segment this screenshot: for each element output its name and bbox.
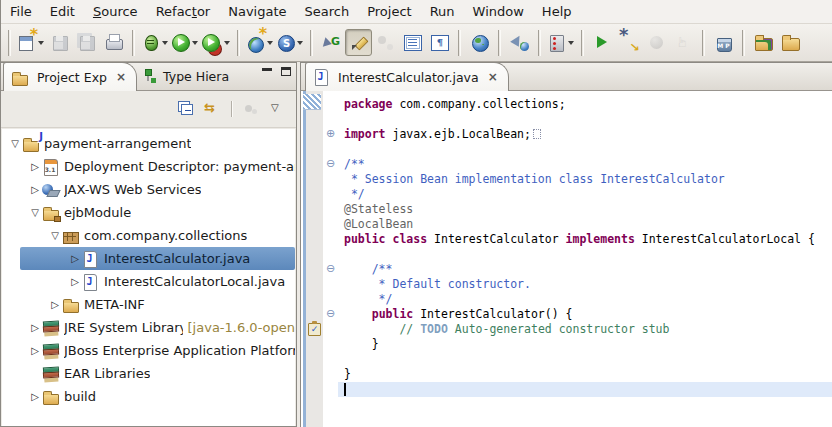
code-line-20[interactable] <box>338 382 832 397</box>
code-line-19[interactable]: } <box>338 367 832 382</box>
toolbar-group-handle[interactable] <box>581 30 584 56</box>
tree-item-payment-arrangement[interactable]: ▽Jpayment-arrangement <box>2 132 295 155</box>
save-all-button[interactable] <box>73 29 100 56</box>
save-button[interactable] <box>46 29 73 56</box>
toolbar-group-handle[interactable] <box>742 30 745 56</box>
print-button[interactable] <box>100 29 127 56</box>
resume-button[interactable] <box>589 29 616 56</box>
collapse-all-icon[interactable] <box>179 102 193 116</box>
toolbar-group-handle[interactable] <box>310 30 313 56</box>
generate-web-service-button[interactable] <box>318 29 345 56</box>
highlight-marker-button[interactable] <box>345 29 372 56</box>
dropdown-arrow-icon[interactable] <box>224 41 230 45</box>
toolbar-group-handle[interactable] <box>237 30 240 56</box>
tab-type-hierarchy[interactable]: Type Hiera <box>137 62 239 90</box>
code-line-10[interactable]: public class InterestCalculator implemen… <box>338 232 832 247</box>
expander-open-icon[interactable]: ▽ <box>48 224 62 247</box>
toolbar-group-handle[interactable] <box>458 30 461 56</box>
code-line-12[interactable]: /** <box>338 262 832 277</box>
expander-closed-icon[interactable]: ▷ <box>48 293 62 316</box>
debug-button[interactable] <box>140 29 170 56</box>
show-list-view-button[interactable] <box>399 29 426 56</box>
code-line-11[interactable] <box>338 247 832 262</box>
tab-interestcalculator-java[interactable]: InterestCalculator.java <box>305 62 509 91</box>
run-button[interactable] <box>170 29 200 56</box>
tree-item-meta-inf[interactable]: ▷META-INF <box>2 293 295 316</box>
stop-button[interactable] <box>643 29 670 56</box>
new-web-service-button[interactable] <box>245 29 275 56</box>
launch-web-app-button[interactable] <box>506 29 533 56</box>
expander-closed-icon[interactable]: ▷ <box>28 178 42 201</box>
menu-project[interactable]: Project <box>358 2 420 21</box>
tree-item-jre-system-library[interactable]: ▷JRE System Library[java-1.6.0-open <box>2 316 295 339</box>
fold-collapse-icon[interactable]: ⊖ <box>323 262 338 277</box>
menu-navigate[interactable]: Navigate <box>219 2 295 21</box>
code-line-8[interactable]: @Stateless <box>338 202 832 217</box>
code-line-6[interactable]: * Session Bean implementation class Inte… <box>338 172 832 187</box>
task-marker-icon[interactable] <box>308 323 321 336</box>
code-line-17[interactable]: } <box>338 337 832 352</box>
expander-open-icon[interactable]: ▽ <box>28 201 42 224</box>
code-line-15[interactable]: public InterestCalculator() { <box>338 307 832 322</box>
tree-item-interestcalculatorlocal-java[interactable]: ▷InterestCalculatorLocal.java <box>2 270 295 293</box>
show-whitespace-button[interactable] <box>426 29 453 56</box>
minimize-icon[interactable] <box>262 68 272 71</box>
collapsed-region-box[interactable] <box>533 129 541 139</box>
tree-item-interestcalculator-java[interactable]: ▷InterestCalculator.java <box>2 247 295 270</box>
dropdown-arrow-icon[interactable] <box>297 41 303 45</box>
code-line-9[interactable]: @LocalBean <box>338 217 832 232</box>
web-browser-button[interactable] <box>466 29 493 56</box>
close-icon[interactable] <box>488 71 498 83</box>
tree-item-deployment-descriptor-payment-arrangement[interactable]: ▷Deployment Descriptor: payment-arrangem… <box>2 155 295 178</box>
tree-item-com-company-collections[interactable]: ▽com.company.collections <box>2 224 295 247</box>
code-line-18[interactable] <box>338 352 832 367</box>
step-wizard-button[interactable] <box>616 29 643 56</box>
soap-service-button[interactable] <box>275 29 305 56</box>
fold-expand-icon[interactable]: ⊕ <box>323 127 338 142</box>
code-line-4[interactable] <box>338 142 832 157</box>
tree-item-jboss-enterprise-application-platform[interactable]: ▷JBoss Enterprise Application Platform <box>2 339 295 362</box>
expander-closed-icon[interactable]: ▷ <box>28 316 42 339</box>
expander-closed-icon[interactable]: ▷ <box>28 155 42 178</box>
tree-item-build[interactable]: ▷build <box>2 385 295 408</box>
expander-closed-icon[interactable]: ▷ <box>68 270 82 293</box>
expander-closed-icon[interactable]: ▷ <box>68 247 82 270</box>
dropdown-arrow-icon[interactable] <box>267 41 273 45</box>
server-palette-button[interactable] <box>546 29 576 56</box>
mark-occurrences-button[interactable] <box>372 29 399 56</box>
code-line-3[interactable]: import javax.ejb.LocalBean; <box>338 127 832 142</box>
tree-item-ejbmodule[interactable]: ▽ejbModule <box>2 201 295 224</box>
close-icon[interactable] <box>116 71 126 83</box>
code-line-1[interactable]: package com.company.collections; <box>338 97 832 112</box>
toolbar-group-handle[interactable] <box>538 30 541 56</box>
menu-window[interactable]: Window <box>464 2 533 21</box>
menu-help[interactable]: Help <box>533 2 581 21</box>
folding-ruler[interactable]: ⊕⊖⊖⊖ <box>323 91 338 427</box>
toolbar-group-handle[interactable] <box>498 30 501 56</box>
dropdown-arrow-icon[interactable] <box>568 41 574 45</box>
code-line-14[interactable]: */ <box>338 292 832 307</box>
menu-search[interactable]: Search <box>296 2 359 21</box>
code-line-5[interactable]: /** <box>338 157 832 172</box>
expander-open-icon[interactable]: ▽ <box>8 132 22 155</box>
link-with-editor-icon[interactable] <box>205 102 219 116</box>
menu-run[interactable]: Run <box>421 2 464 21</box>
new-wizard-button[interactable] <box>16 29 46 56</box>
import-folder-button[interactable] <box>750 29 777 56</box>
expander-closed-icon[interactable]: ▷ <box>28 339 42 362</box>
toolbar-group-handle[interactable] <box>132 30 135 56</box>
tree-item-jax-ws-web-services[interactable]: ▷JAX-WS Web Services <box>2 178 295 201</box>
dropdown-arrow-icon[interactable] <box>162 41 168 45</box>
code-line-2[interactable] <box>338 112 832 127</box>
maximize-icon[interactable] <box>281 67 291 76</box>
open-folder-button[interactable] <box>777 29 804 56</box>
fold-collapse-icon[interactable]: ⊖ <box>323 307 338 322</box>
tree-item-ear-libraries[interactable]: EAR Libraries <box>2 362 295 385</box>
toolbar-group-handle[interactable] <box>8 30 11 56</box>
menu-edit[interactable]: Edit <box>41 2 84 21</box>
suspend-button[interactable] <box>670 29 697 56</box>
fold-collapse-icon[interactable]: ⊖ <box>323 157 338 172</box>
clean-publish-button[interactable] <box>710 29 737 56</box>
menu-refactor[interactable]: Refactor <box>147 2 220 21</box>
menu-source[interactable]: Source <box>84 2 147 21</box>
